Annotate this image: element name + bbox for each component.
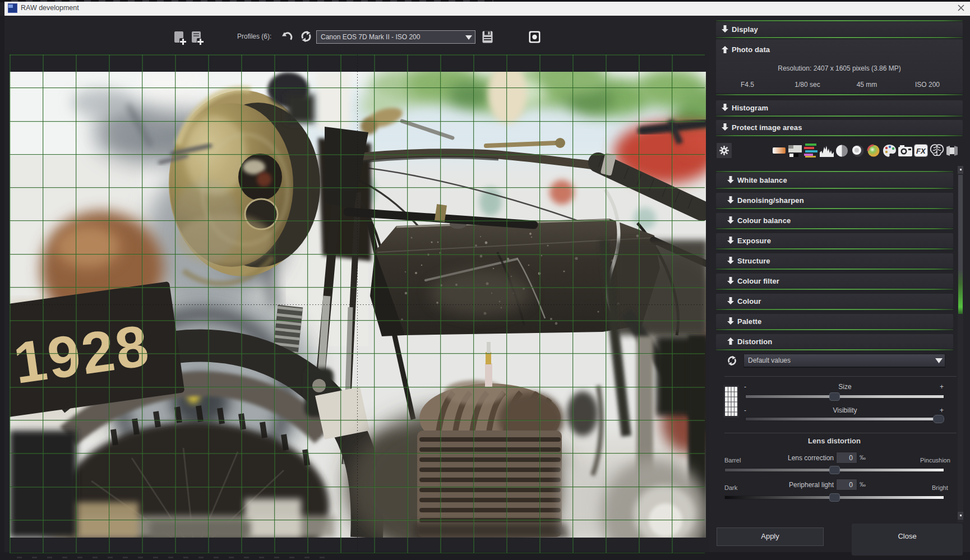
svg-text:FX: FX bbox=[916, 147, 926, 155]
